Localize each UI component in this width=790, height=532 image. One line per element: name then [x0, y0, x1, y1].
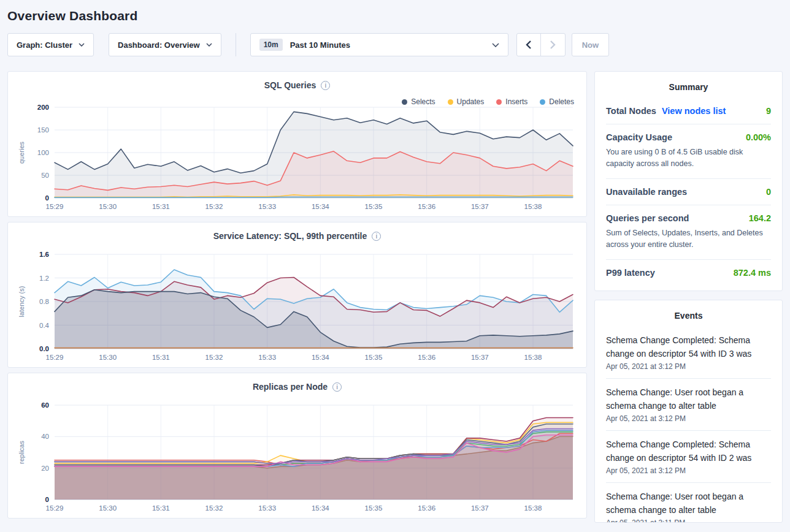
svg-text:15:35: 15:35 — [365, 203, 383, 210]
legend-dot-icon — [540, 99, 545, 105]
svg-text:15:38: 15:38 — [524, 504, 542, 512]
event-text: Schema Change Completed: Schema change o… — [606, 438, 771, 465]
events-panel: Events Schema Change Completed: Schema c… — [594, 300, 783, 523]
summary-label: Capacity Usage — [606, 132, 672, 142]
event-item: Schema Change: User root began a schema … — [606, 482, 771, 522]
svg-text:15:34: 15:34 — [312, 354, 329, 361]
time-range-select[interactable]: 10m Past 10 Minutes — [250, 33, 508, 56]
replicas-per-node-card: Replicas per Node i 15:2915:3015:3115:32… — [7, 373, 587, 519]
service-latency-card: Service Latency: SQL, 99th percentile i … — [7, 222, 587, 368]
svg-text:15:38: 15:38 — [524, 354, 542, 361]
summary-subtext: Sum of Selects, Updates, Inserts, and De… — [606, 227, 771, 251]
summary-label: Queries per second — [606, 213, 689, 223]
info-icon[interactable]: i — [332, 382, 342, 392]
summary-value: 9 — [766, 106, 771, 116]
toolbar-divider — [236, 33, 236, 56]
svg-text:60: 60 — [41, 401, 49, 409]
event-item: Schema Change Completed: Schema change o… — [606, 430, 771, 482]
summary-subtext: You are using 0 B of 4.5 GiB usable disk… — [606, 146, 771, 170]
svg-text:40: 40 — [41, 433, 49, 440]
summary-row-unavailable-ranges: Unavailable ranges 0 — [606, 178, 771, 205]
legend-item: Inserts — [496, 97, 527, 106]
page-title: Overview Dashboard — [7, 9, 783, 23]
time-back-button[interactable] — [517, 34, 541, 56]
summary-label: Unavailable ranges — [606, 187, 687, 197]
svg-text:0.4: 0.4 — [39, 322, 50, 329]
event-text: Schema Change: User root began a schema … — [606, 386, 771, 412]
svg-text:15:35: 15:35 — [365, 504, 383, 512]
event-time: Apr 05, 2021 at 3:11 PM — [606, 519, 771, 522]
summary-row-queries-per-second: Queries per second 164.2 Sum of Selects,… — [606, 205, 771, 259]
svg-text:latency (s): latency (s) — [18, 286, 25, 317]
info-icon[interactable]: i — [372, 232, 381, 241]
event-item: Schema Change: User root began a schema … — [606, 378, 771, 430]
graph-dropdown[interactable]: Graph: Cluster — [7, 33, 94, 56]
svg-text:queries: queries — [18, 141, 25, 164]
sql-queries-chart[interactable]: 15:2915:3015:3115:3215:3315:3415:3515:36… — [15, 102, 579, 213]
svg-text:15:29: 15:29 — [46, 354, 64, 361]
svg-text:1.2: 1.2 — [39, 275, 49, 282]
now-button[interactable]: Now — [572, 33, 609, 56]
event-time: Apr 05, 2021 at 3:12 PM — [606, 414, 771, 423]
service-latency-chart[interactable]: 15:2915:3015:3115:3215:3315:3415:3515:36… — [15, 249, 579, 363]
event-time: Apr 05, 2021 at 3:12 PM — [606, 466, 771, 475]
svg-text:15:34: 15:34 — [312, 504, 329, 512]
svg-text:15:36: 15:36 — [418, 354, 435, 361]
summary-value: 872.4 ms — [734, 268, 771, 278]
svg-text:15:36: 15:36 — [418, 203, 435, 210]
svg-text:15:33: 15:33 — [258, 504, 276, 512]
svg-text:15:31: 15:31 — [152, 504, 170, 512]
summary-value: 0 — [766, 187, 771, 197]
svg-text:15:30: 15:30 — [99, 354, 117, 361]
legend-item: Deletes — [540, 97, 574, 106]
svg-text:15:37: 15:37 — [471, 354, 489, 361]
chevron-left-icon — [526, 40, 531, 49]
sidebar: Summary Total Nodes View nodes list 9 Ca… — [594, 71, 783, 523]
charts-column: SQL Queries i SelectsUpdatesInsertsDelet… — [7, 71, 587, 519]
chevron-right-icon — [550, 40, 556, 49]
svg-text:15:34: 15:34 — [312, 203, 329, 210]
svg-text:0.0: 0.0 — [39, 345, 49, 352]
svg-text:15:38: 15:38 — [524, 203, 542, 210]
svg-text:15:31: 15:31 — [152, 203, 170, 210]
sql-queries-legend: SelectsUpdatesInsertsDeletes — [402, 97, 574, 106]
svg-text:200: 200 — [37, 104, 49, 111]
svg-text:15:33: 15:33 — [258, 203, 276, 210]
summary-label: P99 latency — [606, 268, 655, 278]
toolbar: Graph: Cluster Dashboard: Overview 10m P… — [7, 33, 783, 56]
legend-dot-icon — [402, 99, 407, 105]
chevron-down-icon — [79, 43, 85, 47]
time-range-label: Past 10 Minutes — [290, 40, 350, 50]
event-time: Apr 05, 2021 at 3:12 PM — [606, 362, 771, 371]
event-item: Schema Change Completed: Schema change o… — [606, 327, 771, 378]
event-text: Schema Change: User root began a schema … — [606, 490, 771, 517]
svg-text:50: 50 — [41, 172, 49, 179]
legend-item: Selects — [402, 97, 435, 106]
svg-text:15:31: 15:31 — [152, 354, 170, 361]
time-forward-button[interactable] — [541, 34, 565, 56]
svg-text:20: 20 — [41, 465, 49, 472]
summary-value: 164.2 — [749, 213, 771, 223]
chart-title: Replicas per Node — [253, 382, 328, 392]
summary-value: 0.00% — [746, 132, 771, 142]
svg-text:0: 0 — [45, 496, 49, 503]
svg-text:15:36: 15:36 — [418, 504, 435, 512]
dashboard-dropdown[interactable]: Dashboard: Overview — [109, 33, 221, 56]
legend-dot-icon — [496, 99, 502, 105]
legend-item: Updates — [448, 97, 485, 106]
svg-text:15:30: 15:30 — [99, 203, 117, 210]
view-nodes-list-link[interactable]: View nodes list — [662, 106, 726, 116]
replicas-per-node-chart[interactable]: 15:2915:3015:3115:3215:3315:3415:3515:36… — [15, 400, 579, 514]
dashboard-dropdown-label: Dashboard: Overview — [118, 40, 200, 50]
chart-title: Service Latency: SQL, 99th percentile — [213, 231, 367, 241]
svg-text:150: 150 — [37, 126, 49, 134]
svg-text:0.8: 0.8 — [39, 298, 49, 305]
svg-text:15:32: 15:32 — [205, 504, 223, 512]
legend-dot-icon — [448, 99, 453, 105]
svg-text:15:37: 15:37 — [471, 504, 489, 512]
info-icon[interactable]: i — [321, 81, 330, 90]
svg-text:100: 100 — [37, 149, 49, 156]
chevron-down-icon — [492, 43, 499, 47]
svg-text:1.6: 1.6 — [39, 251, 49, 258]
chart-title: SQL Queries — [264, 80, 316, 90]
